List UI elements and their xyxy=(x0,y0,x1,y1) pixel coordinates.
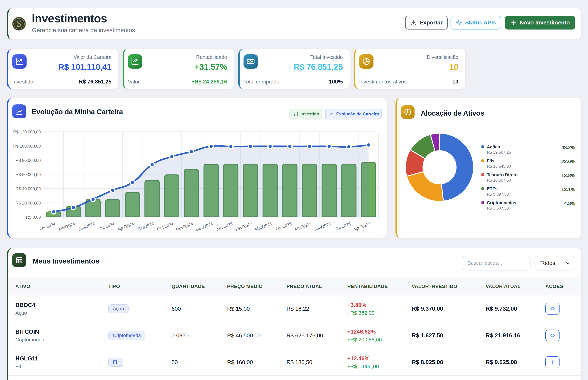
svg-text:22.6%: 22.6% xyxy=(561,159,575,164)
svg-text:Ago/2025: Ago/2025 xyxy=(353,221,371,232)
svg-text:Fev/2025: Fev/2025 xyxy=(235,221,253,232)
svg-text:Jan/2025: Jan/2025 xyxy=(216,221,233,231)
svg-text:Jun/2024: Jun/2024 xyxy=(78,221,95,231)
svg-text:Abr/2025: Abr/2025 xyxy=(274,221,292,231)
svg-text:Set/2024: Set/2024 xyxy=(137,221,155,231)
svg-text:Jun/2025: Jun/2025 xyxy=(314,221,332,231)
svg-text:R$ 18.545,00: R$ 18.545,00 xyxy=(487,164,511,169)
svg-text:R$ 100.000,00: R$ 100.000,00 xyxy=(13,144,41,149)
svg-text:4.3%: 4.3% xyxy=(564,201,575,206)
svg-text:R$ 40.000,00: R$ 40.000,00 xyxy=(16,186,41,191)
svg-text:Ações: Ações xyxy=(487,144,500,149)
svg-text:Dez/2024: Dez/2024 xyxy=(195,221,214,232)
svg-text:12.1%: 12.1% xyxy=(561,187,575,192)
svg-text:Mai/2024: Mai/2024 xyxy=(58,221,76,231)
svg-text:48.2%: 48.2% xyxy=(561,145,575,150)
svg-text:Criptomoedas: Criptomoedas xyxy=(487,200,516,205)
svg-text:R$ 60.000,00: R$ 60.000,00 xyxy=(16,172,41,177)
svg-text:Out/2024: Out/2024 xyxy=(156,221,174,231)
svg-text:Nov/2024: Nov/2024 xyxy=(175,221,194,232)
svg-text:Jul/2025: Jul/2025 xyxy=(335,221,351,231)
svg-text:12.8%: 12.8% xyxy=(561,173,575,178)
svg-text:R$ 39.507,25: R$ 39.507,25 xyxy=(487,150,511,154)
svg-text:R$ 120.000,00: R$ 120.000,00 xyxy=(13,130,41,134)
svg-text:Mar/2025: Mar/2025 xyxy=(254,221,273,232)
svg-text:R$ 80.000,00: R$ 80.000,00 xyxy=(16,158,41,163)
svg-text:Tesouro Direto: Tesouro Direto xyxy=(487,172,518,177)
svg-text:R$ 9.897,50: R$ 9.897,50 xyxy=(487,192,509,196)
svg-text:R$ 0,00: R$ 0,00 xyxy=(26,215,41,220)
svg-text:R$ 10.507,50: R$ 10.507,50 xyxy=(487,178,511,183)
svg-text:Jul/2024: Jul/2024 xyxy=(98,221,115,231)
svg-text:Abr/2024: Abr/2024 xyxy=(39,221,56,231)
svg-text:Mai/2025: Mai/2025 xyxy=(294,221,312,231)
svg-text:ETFs: ETFs xyxy=(487,186,497,191)
svg-text:R$ 3.507,50: R$ 3.507,50 xyxy=(487,206,509,210)
svg-text:FIIs: FIIs xyxy=(487,158,494,163)
svg-text:R$ 20.000,00: R$ 20.000,00 xyxy=(16,201,41,205)
svg-text:Ago/2024: Ago/2024 xyxy=(116,221,135,232)
